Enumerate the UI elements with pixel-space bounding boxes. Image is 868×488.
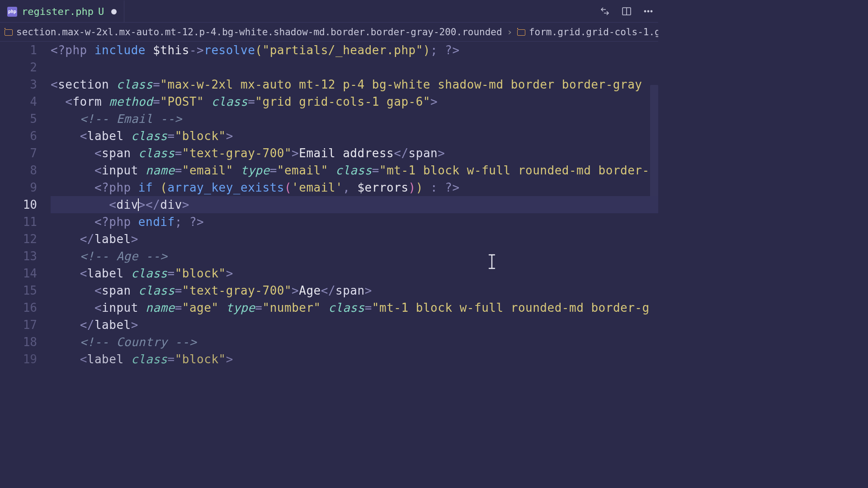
line-number: 8 [0, 164, 51, 177]
code-line[interactable]: 5 <!-- Email --> [0, 110, 658, 127]
code-line[interactable]: 9 <?php if (array_key_exists('email', $e… [0, 179, 658, 196]
line-number: 7 [0, 146, 51, 160]
code-line[interactable]: 16 <input name="age" type="number" class… [0, 299, 658, 316]
code-line[interactable]: 7 <span class="text-gray-700">Email addr… [0, 145, 658, 162]
line-number: 10 [0, 198, 51, 211]
line-number: 19 [0, 352, 51, 366]
code-line[interactable]: 6 <label class="block"> [0, 127, 658, 145]
line-number: 6 [0, 129, 51, 143]
symbol-field-icon [517, 28, 525, 36]
line-number: 16 [0, 301, 51, 314]
code-line[interactable]: 3 <section class="max-w-2xl mx-auto mt-1… [0, 76, 658, 93]
code-line[interactable]: 12 </label> [0, 230, 658, 248]
php-file-icon [7, 7, 17, 17]
title-actions [599, 5, 655, 18]
editor-tab[interactable]: register.php U [0, 0, 124, 22]
code-line[interactable]: 18 <!-- Country --> [0, 333, 658, 351]
compare-changes-icon[interactable] [599, 5, 611, 18]
line-number: 9 [0, 181, 51, 194]
line-number: 14 [0, 267, 51, 280]
text-cursor [138, 198, 139, 211]
code-editor[interactable]: 1 <?php include $this->resolve("partials… [0, 42, 658, 369]
symbol-field-icon [5, 28, 13, 36]
code-line[interactable]: 19 <label class="block"> [0, 351, 658, 368]
breadcrumb-item[interactable]: section.max-w-2xl.mx-auto.mt-12.p-4.bg-w… [5, 27, 502, 38]
code-line[interactable]: 14 <label class="block"> [0, 265, 658, 282]
line-number: 3 [0, 78, 51, 91]
breadcrumb-label: form.grid.grid-cols-1.gap-6 [529, 27, 658, 38]
breadcrumb-label: section.max-w-2xl.mx-auto.mt-12.p-4.bg-w… [16, 27, 502, 38]
code-line[interactable]: 4 <form method="POST" class="grid grid-c… [0, 93, 658, 110]
svg-point-2 [644, 10, 646, 12]
code-line[interactable]: 2 [0, 59, 658, 76]
line-number: 18 [0, 335, 51, 349]
line-number: 1 [0, 43, 51, 57]
line-number: 15 [0, 284, 51, 297]
code-line[interactable]: 8 <input name="email" type="email" class… [0, 162, 658, 179]
code-line[interactable]: 1 <?php include $this->resolve("partials… [0, 42, 658, 59]
svg-point-3 [647, 10, 649, 12]
code-line[interactable]: 17 </label> [0, 316, 658, 333]
titlebar: register.php U [0, 0, 658, 23]
breadcrumb-item[interactable]: form.grid.grid-cols-1.gap-6 [517, 27, 658, 38]
line-number: 12 [0, 232, 51, 246]
line-number: 13 [0, 249, 51, 263]
line-number: 4 [0, 95, 51, 108]
code-line[interactable]: 11 <?php endif; ?> [0, 213, 658, 230]
tab-git-status: U [98, 6, 104, 17]
tab-filename: register.php [22, 6, 94, 17]
code-line-current[interactable]: 10 <div></div> [0, 196, 658, 213]
line-number: 5 [0, 112, 51, 126]
chevron-right-icon: › [507, 26, 513, 38]
breadcrumbs[interactable]: section.max-w-2xl.mx-auto.mt-12.p-4.bg-w… [0, 23, 658, 42]
line-number: 17 [0, 318, 51, 332]
unsaved-dot-icon [111, 9, 117, 14]
svg-point-4 [651, 10, 652, 12]
more-icon[interactable] [642, 5, 655, 18]
code-line[interactable]: 13 <!-- Age --> [0, 248, 658, 265]
split-editor-icon[interactable] [620, 5, 633, 18]
line-number: 11 [0, 215, 51, 229]
line-number: 2 [0, 61, 51, 74]
code-line[interactable]: 15 <span class="text-gray-700">Age</span… [0, 282, 658, 299]
